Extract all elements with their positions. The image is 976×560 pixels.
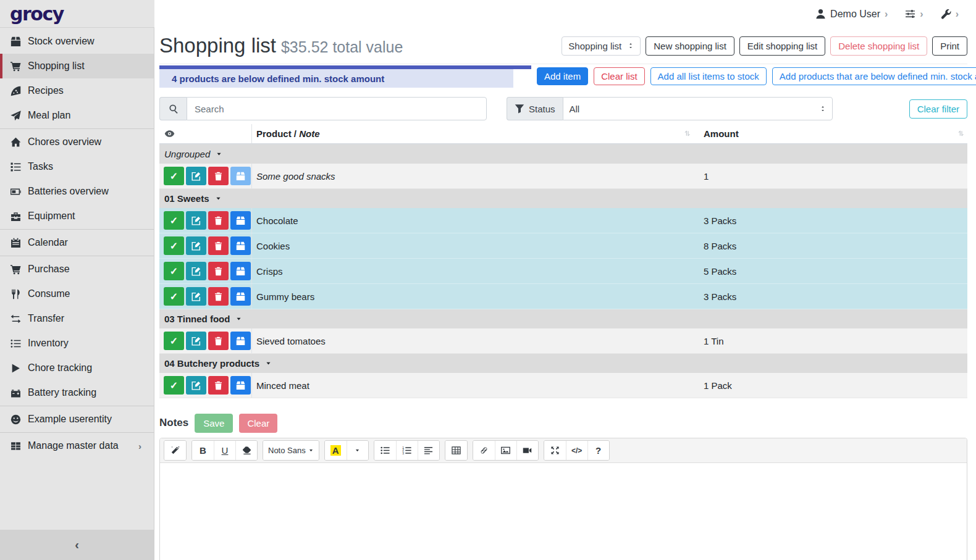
editor-picture-button[interactable] (495, 441, 516, 460)
delete-item-button[interactable] (208, 376, 229, 395)
group-header-row-ungrouped[interactable]: Ungrouped (159, 144, 967, 164)
sidebar-item-label: Battery tracking (28, 387, 96, 398)
group-header-row-03-tinned-food[interactable]: 03 Tinned food (159, 309, 967, 328)
editor-ol-button[interactable]: 123 (396, 441, 418, 460)
sidebar-collapse-button[interactable]: ‹ (0, 530, 154, 560)
edit-icon (191, 241, 201, 251)
clear-filter-button[interactable]: Clear filter (909, 99, 967, 119)
mark-done-button[interactable]: ✓ (164, 236, 184, 255)
edit-item-button[interactable] (186, 262, 206, 280)
shopping-list-select[interactable]: Shopping list (562, 36, 641, 56)
sidebar-item-manage-master-data[interactable]: Manage master data› (0, 433, 154, 458)
amount-cell: 8 Packs (696, 233, 967, 258)
add-to-stock-button[interactable] (230, 262, 251, 280)
trash-icon (214, 292, 223, 301)
new-shopping-list-button[interactable]: New shopping list (646, 36, 734, 56)
add-to-stock-button[interactable] (230, 236, 251, 255)
sidebar-item-example-userentity[interactable]: Example userentity (0, 407, 154, 432)
app-logo[interactable]: grocy (0, 0, 154, 28)
mark-done-button[interactable]: ✓ (164, 376, 184, 395)
editor-eraser-button[interactable] (235, 441, 257, 460)
delete-item-button[interactable] (208, 167, 229, 185)
group-header-row-04-butchery-products[interactable]: 04 Butchery products (159, 354, 967, 373)
caret-down-icon (235, 316, 242, 322)
delete-item-button[interactable] (208, 262, 229, 280)
mark-done-button[interactable]: ✓ (164, 167, 184, 185)
editor-bold-button[interactable]: B (192, 441, 214, 460)
sidebar-item-meal-plan[interactable]: Meal plan (0, 103, 154, 128)
editor-underline-button[interactable]: U (214, 441, 235, 460)
notes-clear-button[interactable]: Clear (239, 414, 277, 433)
notes-save-button[interactable]: Save (195, 414, 233, 433)
sidebar-item-batteries-overview[interactable]: Batteries overview (0, 179, 154, 204)
add-to-stock-button[interactable] (230, 211, 251, 230)
sidebar-item-purchase[interactable]: Purchase (0, 257, 154, 282)
sidebar-item-shopping-list[interactable]: Shopping list (0, 54, 154, 78)
product-cell: Minced meat (252, 373, 696, 398)
edit-shopping-list-button[interactable]: Edit shopping list (739, 36, 825, 56)
mark-done-button[interactable]: ✓ (164, 211, 184, 230)
cart-icon (9, 264, 22, 275)
sidebar-item-consume[interactable]: Consume (0, 282, 154, 306)
editor-ul-button[interactable] (374, 441, 396, 460)
sidebar-item-calendar[interactable]: Calendar (0, 230, 154, 255)
mark-done-button[interactable]: ✓ (164, 332, 184, 350)
sidebar-item-recipes[interactable]: Recipes (0, 78, 154, 103)
editor-link-button[interactable] (473, 441, 495, 460)
editor-magic-button[interactable] (164, 441, 186, 460)
delete-item-button[interactable] (208, 236, 229, 255)
notes-editor-area[interactable] (160, 463, 967, 560)
box-icon (236, 381, 245, 390)
sidebar-item-transfer[interactable]: Transfer (0, 306, 154, 331)
editor-color-caret-button[interactable] (347, 441, 368, 460)
product-cell: Chocolate (252, 208, 696, 233)
sidebar-item-tasks[interactable]: Tasks (0, 154, 154, 179)
editor-paragraph-button[interactable] (418, 441, 439, 460)
add-below-min-stock-button[interactable]: Add products that are below defined min.… (772, 67, 976, 85)
amount-column-header[interactable]: Amount (696, 124, 967, 143)
delete-item-button[interactable] (208, 287, 229, 306)
editor-video-button[interactable] (516, 441, 538, 460)
add-to-stock-button[interactable] (230, 167, 251, 185)
add-to-stock-button[interactable] (230, 287, 251, 306)
delete-shopping-list-button[interactable]: Delete shopping list (830, 36, 927, 56)
settings-menu[interactable]: › (905, 9, 923, 20)
sidebar-item-chores-overview[interactable]: Chores overview (0, 130, 154, 154)
mark-done-button[interactable]: ✓ (164, 287, 184, 306)
group-header-row-01-sweets[interactable]: 01 Sweets (159, 189, 967, 208)
user-menu[interactable]: Demo User › (815, 9, 888, 20)
admin-menu[interactable]: › (941, 9, 959, 20)
clear-list-button[interactable]: Clear list (594, 67, 644, 85)
product-column-header[interactable]: Product / Note (252, 124, 696, 143)
sidebar-item-battery-tracking[interactable]: Battery tracking (0, 380, 154, 405)
search-input[interactable] (187, 97, 487, 120)
edit-item-button[interactable] (186, 211, 206, 230)
editor-fontname-button[interactable]: Noto Sans (263, 441, 319, 460)
edit-item-button[interactable] (186, 167, 206, 185)
pizza-icon (9, 86, 22, 96)
editor-color-button[interactable]: A (325, 441, 347, 460)
print-button[interactable]: Print (932, 36, 967, 56)
sidebar-item-stock-overview[interactable]: Stock overview (0, 29, 154, 54)
add-to-stock-button[interactable] (230, 332, 251, 350)
editor-help-button[interactable]: ? (587, 441, 609, 460)
mark-done-button[interactable]: ✓ (164, 262, 184, 280)
edit-item-button[interactable] (186, 236, 206, 255)
group-name: 04 Butchery products (164, 358, 259, 369)
add-all-to-stock-button[interactable]: Add all list items to stock (650, 67, 767, 85)
sidebar-item-equipment[interactable]: Equipment (0, 204, 154, 228)
status-select[interactable]: All (563, 97, 833, 120)
editor-fullscreen-button[interactable] (544, 441, 566, 460)
toggle-done-visibility-header[interactable] (159, 124, 252, 143)
sidebar-item-chore-tracking[interactable]: Chore tracking (0, 356, 154, 380)
edit-item-button[interactable] (186, 332, 206, 350)
delete-item-button[interactable] (208, 211, 229, 230)
editor-table-button[interactable] (445, 441, 467, 460)
edit-item-button[interactable] (186, 376, 206, 395)
sidebar-item-inventory[interactable]: Inventory (0, 331, 154, 356)
add-to-stock-button[interactable] (230, 376, 251, 395)
edit-item-button[interactable] (186, 287, 206, 306)
delete-item-button[interactable] (208, 332, 229, 350)
editor-codeview-button[interactable]: </> (566, 441, 587, 460)
add-item-button[interactable]: Add item (537, 67, 588, 85)
